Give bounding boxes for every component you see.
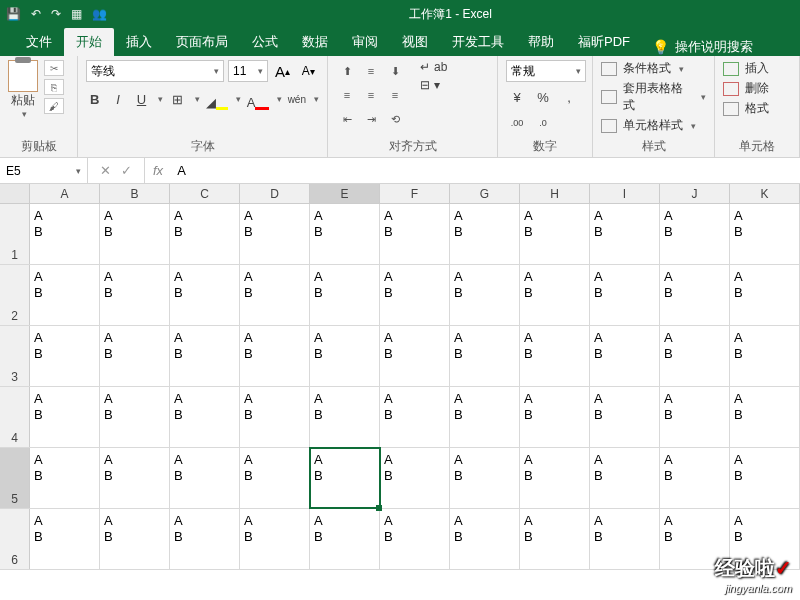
chevron-down-icon[interactable]: ▾ (236, 94, 241, 104)
currency-button[interactable]: ¥ (506, 86, 528, 108)
tell-me-search[interactable]: 💡 操作说明搜索 (652, 38, 753, 56)
cell[interactable]: A B (590, 387, 660, 447)
cell[interactable]: A B (730, 265, 800, 325)
tab-data[interactable]: 数据 (290, 28, 340, 56)
cell[interactable]: A B (730, 448, 800, 508)
align-center-button[interactable]: ≡ (360, 84, 382, 106)
cell[interactable]: A B (450, 204, 520, 264)
decrease-decimal-button[interactable]: .0 (532, 112, 554, 134)
cell[interactable]: A B (380, 448, 450, 508)
format-cells-button[interactable]: 格式 (723, 100, 791, 117)
align-left-button[interactable]: ≡ (336, 84, 358, 106)
format-painter-button[interactable]: 🖌 (44, 98, 64, 114)
cell[interactable]: A B (240, 265, 310, 325)
cell[interactable]: A B (100, 448, 170, 508)
font-color-button[interactable]: A (247, 88, 269, 110)
col-header[interactable]: H (520, 184, 590, 203)
percent-button[interactable]: % (532, 86, 554, 108)
col-header[interactable]: A (30, 184, 100, 203)
cell[interactable]: A B (100, 326, 170, 386)
phonetic-button[interactable]: wén (288, 88, 306, 110)
align-bottom-button[interactable]: ⬇ (384, 60, 406, 82)
col-header[interactable]: B (100, 184, 170, 203)
cell[interactable]: A B (30, 448, 100, 508)
cell[interactable]: A B (520, 204, 590, 264)
select-all-corner[interactable] (0, 184, 30, 203)
italic-button[interactable]: I (109, 88, 126, 110)
cell[interactable]: A B (170, 448, 240, 508)
align-right-button[interactable]: ≡ (384, 84, 406, 106)
cell[interactable]: A B (730, 387, 800, 447)
cell[interactable]: A B (30, 326, 100, 386)
cell[interactable]: A B (310, 387, 380, 447)
tab-help[interactable]: 帮助 (516, 28, 566, 56)
col-header[interactable]: F (380, 184, 450, 203)
cell[interactable]: A B (590, 265, 660, 325)
row-header[interactable]: 2 (0, 265, 30, 325)
cell[interactable]: A B (170, 204, 240, 264)
tab-file[interactable]: 文件 (14, 28, 64, 56)
cell[interactable]: A B (590, 326, 660, 386)
tab-layout[interactable]: 页面布局 (164, 28, 240, 56)
cell[interactable]: A B (310, 204, 380, 264)
cancel-icon[interactable]: ✕ (100, 163, 111, 178)
col-header[interactable]: C (170, 184, 240, 203)
align-top-button[interactable]: ⬆ (336, 60, 358, 82)
tab-pdf[interactable]: 福昕PDF (566, 28, 642, 56)
cell[interactable]: A B (520, 387, 590, 447)
cell[interactable]: A B (520, 509, 590, 569)
row-header[interactable]: 5 (0, 448, 30, 508)
comma-button[interactable]: , (558, 86, 580, 108)
orientation-button[interactable]: ⟲ (384, 108, 406, 130)
insert-cells-button[interactable]: 插入 (723, 60, 791, 77)
cell[interactable]: A B (170, 387, 240, 447)
conditional-format-button[interactable]: 条件格式▾ (601, 60, 706, 77)
fill-color-button[interactable]: ◢ (206, 88, 228, 110)
cell[interactable]: A B (520, 326, 590, 386)
cell[interactable]: A B (100, 387, 170, 447)
cell[interactable]: A B (30, 204, 100, 264)
increase-decimal-button[interactable]: .00 (506, 112, 528, 134)
cell[interactable]: A B (450, 387, 520, 447)
underline-button[interactable]: U (133, 88, 150, 110)
cell[interactable]: A B (100, 265, 170, 325)
format-as-table-button[interactable]: 套用表格格式▾ (601, 80, 706, 114)
tab-developer[interactable]: 开发工具 (440, 28, 516, 56)
redo-icon[interactable]: ↷ (51, 7, 61, 21)
col-header[interactable]: G (450, 184, 520, 203)
cell[interactable]: A B (380, 326, 450, 386)
tab-formulas[interactable]: 公式 (240, 28, 290, 56)
col-header[interactable]: K (730, 184, 800, 203)
decrease-indent-button[interactable]: ⇤ (336, 108, 358, 130)
cell[interactable]: A B (240, 204, 310, 264)
cell[interactable]: A B (590, 204, 660, 264)
col-header[interactable]: D (240, 184, 310, 203)
chevron-down-icon[interactable]: ▾ (314, 94, 319, 104)
cell[interactable]: A B (310, 509, 380, 569)
cell[interactable]: A B (380, 387, 450, 447)
cell[interactable]: A B (240, 387, 310, 447)
chevron-down-icon[interactable]: ▾ (158, 94, 163, 104)
cell[interactable]: A B (380, 265, 450, 325)
wrap-text-button[interactable]: ↵ab (420, 60, 447, 74)
cell[interactable]: A B (660, 387, 730, 447)
cell[interactable]: A B (170, 265, 240, 325)
cell[interactable]: A B (660, 326, 730, 386)
number-format-combo[interactable]: 常规▾ (506, 60, 586, 82)
fx-icon[interactable]: fx (145, 163, 171, 178)
cell[interactable]: A B (660, 448, 730, 508)
cell[interactable]: A B (30, 509, 100, 569)
cell[interactable]: A B (450, 509, 520, 569)
cell[interactable]: A B (660, 204, 730, 264)
cell[interactable]: A B (100, 509, 170, 569)
tab-review[interactable]: 审阅 (340, 28, 390, 56)
enter-icon[interactable]: ✓ (121, 163, 132, 178)
increase-indent-button[interactable]: ⇥ (360, 108, 382, 130)
decrease-font-button[interactable]: A▾ (297, 60, 319, 82)
font-name-combo[interactable]: 等线▾ (86, 60, 224, 82)
row-header[interactable]: 1 (0, 204, 30, 264)
cell[interactable]: A B (520, 265, 590, 325)
delete-cells-button[interactable]: 删除 (723, 80, 791, 97)
col-header[interactable]: I (590, 184, 660, 203)
chevron-down-icon[interactable]: ▾ (277, 94, 282, 104)
